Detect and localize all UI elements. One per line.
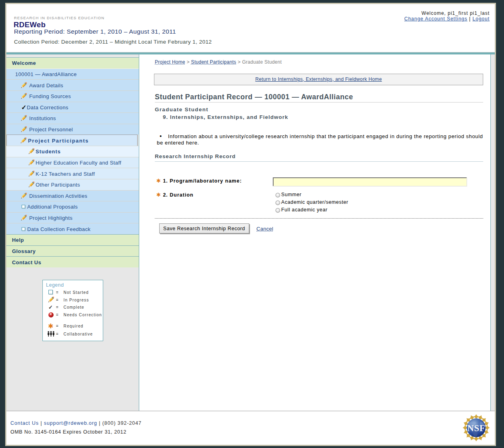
- svg-text:NSF: NSF: [467, 423, 485, 433]
